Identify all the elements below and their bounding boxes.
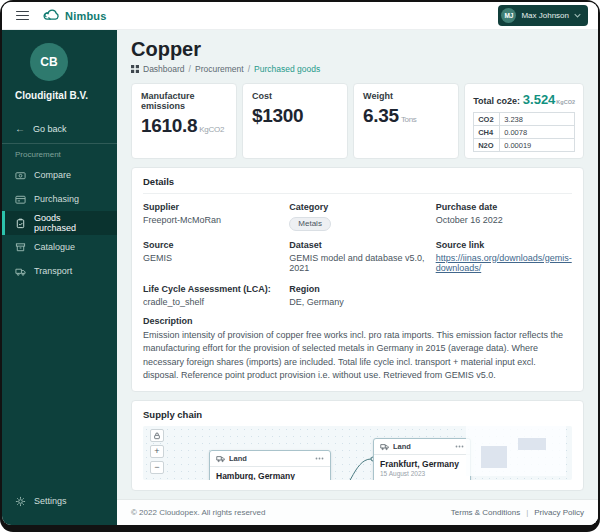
gas-name: CO2 [474,113,500,126]
main-content: Copper Dashboard / Procurement / Purchas… [117,30,598,499]
sidebar: CB Cloudigital B.V. ← Go back Procuremen… [2,30,117,525]
minimap[interactable] [466,426,566,476]
category-field: Category Metals [289,202,425,231]
sidebar-item-compare[interactable]: Compare [2,163,117,187]
supply-chain-title: Supply chain [143,409,572,420]
window-frame: Nimbus MJ Max Johnson CB Cloudigital B.V… [0,0,600,532]
gas-value: 0.0078 [500,126,575,139]
details-title: Details [143,176,572,187]
supply-chain-panel: Supply chain [131,400,584,492]
sidebar-item-purchasing[interactable]: Purchasing [2,187,117,211]
banknote-icon [15,170,26,181]
supply-chain-map[interactable]: Land Hamburg, Germany 14 August 2023 Add… [143,426,572,481]
terms-link[interactable]: Terms & Conditions [451,508,520,517]
sidebar-item-catalogue[interactable]: Catalogue [2,235,117,259]
transport-type-label: Land [229,454,247,463]
sidebar-item-label: Compare [34,170,71,180]
description-field: Description Emission intensity of provis… [143,316,572,383]
stat-unit: Tons [401,115,417,124]
node-city: Frankfurt, Germany [380,459,464,469]
breadcrumb-separator: / [189,64,191,74]
stat-value: $1300 [252,105,338,127]
archive-box-icon [15,242,26,253]
sidebar-item-label: Catalogue [34,242,75,252]
lock-icon [153,432,161,440]
breadcrumb-separator: / [248,64,250,74]
breadcrumb-item-current[interactable]: Purchased goods [254,64,320,74]
sidebar-item-label: Purchasing [34,194,79,204]
breadcrumb-item[interactable]: Procurement [195,64,244,74]
go-back-button[interactable]: ← Go back [2,117,117,140]
breadcrumb-item[interactable]: Dashboard [143,64,185,74]
brand-name: Nimbus [65,10,107,22]
lock-button[interactable] [150,429,164,442]
arrow-left-icon: ← [15,123,25,134]
user-avatar: MJ [501,8,516,23]
source-field: Source GEMIS [143,240,279,275]
source-link[interactable]: https://iinas.org/downloads/gemis-downlo… [436,253,572,273]
node-city: Hamburg, Germany [216,471,324,481]
gas-value: 0.00019 [500,139,575,152]
sidebar-item-label: Transport [34,266,72,276]
brand-logo[interactable]: Nimbus [41,8,107,23]
user-menu-button[interactable]: MJ Max Johnson [498,5,588,26]
total-co2e-label: Total co2e: [473,96,520,106]
node-date: 15 August 2023 [380,470,464,477]
source-link-field: Source link https://iinas.org/downloads/… [436,240,572,275]
ellipsis-menu-icon[interactable] [315,457,324,460]
purchase-date-field: Purchase date October 16 2022 [436,202,572,231]
minimap-node [481,446,507,468]
stat-label: Manufacture emissions [141,91,227,111]
credit-card-icon [15,194,26,205]
stat-value: 1610.8KgCO2 [141,115,227,137]
shipment-node-frankfurt[interactable]: Land Frankfurt, Germany 15 August 2023 A… [373,438,471,481]
sidebar-item-settings[interactable]: Settings [2,489,117,513]
stat-cards-row: Manufacture emissions 1610.8KgCO2 Cost $… [131,83,584,159]
user-name: Max Johnson [521,11,569,20]
stat-unit: KgCO2 [199,125,224,134]
sidebar-item-goods-purchased[interactable]: Goods purchased [2,211,117,235]
topbar: Nimbus MJ Max Johnson [2,2,598,30]
table-row: N2O0.00019 [474,139,575,152]
gear-icon [15,496,26,507]
breadcrumb: Dashboard / Procurement / Purchased good… [131,64,584,74]
zoom-out-button[interactable]: − [150,461,164,474]
ellipsis-menu-icon[interactable] [455,445,464,448]
sidebar-item-label: Goods purchased [34,213,104,233]
shipment-node-hamburg[interactable]: Land Hamburg, Germany 14 August 2023 Add… [209,450,331,481]
sidebar-item-label: Settings [34,496,67,506]
stat-label: Weight [363,91,449,101]
clipboard-check-icon [15,218,26,229]
chevron-down-icon [574,13,581,18]
cloud-logo-icon [41,8,63,23]
gas-name: N2O [474,139,500,152]
weight-card: Weight 6.35Tons [353,83,459,159]
truck-icon [216,454,225,463]
table-row: CH40.0078 [474,126,575,139]
org-name: Cloudigital B.V. [15,90,104,101]
truck-icon [15,266,26,277]
app-window: Nimbus MJ Max Johnson CB Cloudigital B.V… [2,2,598,525]
details-panel: Details Supplier Freeport-McMoRan Catego… [131,167,584,392]
stat-value: 6.35Tons [363,105,449,127]
total-co2e-unit: KgCO2 [556,99,575,105]
total-co2e-value: 3.524KgCO2 [523,90,575,108]
description-text: Emission intensity of provision of coppe… [143,329,572,383]
copyright-text: © 2022 Cloudopex. All rights reserved [131,508,265,517]
map-controls: + − [150,429,164,474]
total-co2e-card: Total co2e: 3.524KgCO2 CO23.238 CH40.007… [464,83,584,159]
sidebar-section-label: Procurement [2,144,117,163]
supplier-field: Supplier Freeport-McMoRan [143,202,279,231]
privacy-link[interactable]: Privacy Policy [534,508,584,517]
transport-type-label: Land [393,442,411,451]
cost-card: Cost $1300 [242,83,348,159]
gas-name: CH4 [474,126,500,139]
hamburger-menu-icon[interactable] [16,11,29,21]
dashboard-grid-icon [131,65,139,73]
gas-value: 3.238 [500,113,575,126]
zoom-in-button[interactable]: + [150,445,164,458]
footer-separator: | [526,508,528,517]
truck-icon [380,442,389,451]
category-badge: Metals [289,217,331,231]
sidebar-item-transport[interactable]: Transport [2,259,117,283]
